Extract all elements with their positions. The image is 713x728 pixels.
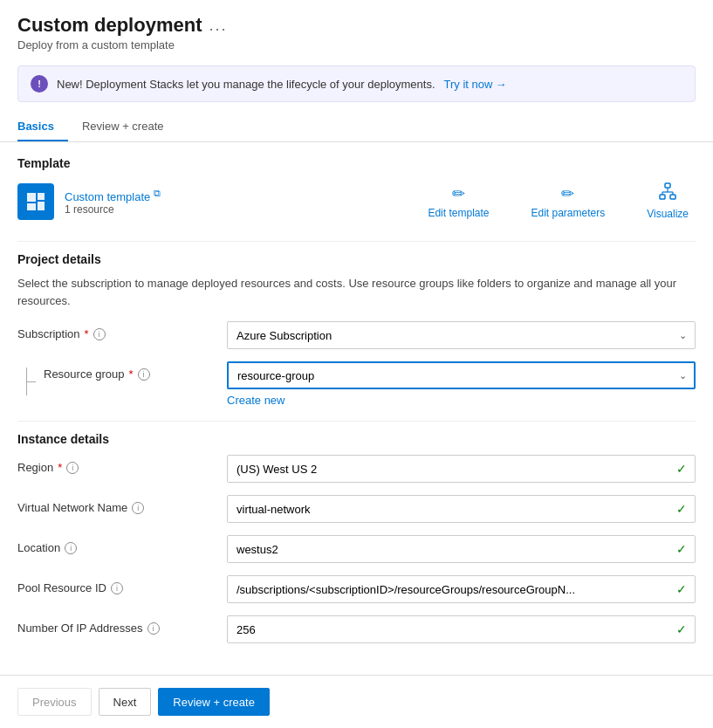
svg-rect-2 [38, 193, 45, 200]
region-select[interactable]: (US) West US 2 [227, 455, 696, 483]
header-title-row: Custom deployment ... [17, 14, 696, 37]
location-row: Location i westus2 ✓ [17, 535, 696, 563]
edit-parameters-icon: ✏ [561, 184, 574, 203]
virtual-network-select-wrapper: virtual-network ✓ [227, 495, 696, 523]
region-label: Region [17, 461, 53, 474]
page-title: Custom deployment [17, 14, 202, 37]
instance-details-title: Instance details [17, 432, 696, 446]
svg-rect-5 [660, 195, 665, 199]
subscription-label: Subscription [17, 327, 80, 340]
pool-resource-id-control-col: /subscriptions/<subscriptionID>/resource… [227, 575, 696, 603]
header: Custom deployment ... Deploy from a cust… [0, 0, 713, 58]
notif-icon: ! [31, 75, 48, 93]
project-description: Select the subscription to manage deploy… [17, 275, 696, 309]
page-container: Custom deployment ... Deploy from a cust… [0, 0, 713, 728]
footer: Previous Next Review + create [0, 675, 713, 728]
subscription-select[interactable]: Azure Subscription [227, 321, 696, 349]
template-name-link[interactable]: Custom template ⧉ [65, 190, 161, 203]
divider-2 [17, 421, 696, 422]
ip-addresses-row: Number Of IP Addresses i 256 ✓ [17, 615, 696, 643]
ip-addresses-info-icon[interactable]: i [147, 622, 160, 635]
external-link-icon: ⧉ [154, 187, 161, 197]
project-details-section: Project details Select the subscription … [17, 252, 696, 407]
notification-bar: ! New! Deployment Stacks let you manage … [17, 65, 696, 102]
create-new-link[interactable]: Create new [227, 394, 696, 407]
notification-link[interactable]: Try it now → [444, 78, 507, 91]
svg-rect-0 [27, 193, 36, 202]
region-label-col: Region * i [17, 455, 227, 474]
visualize-button[interactable]: Visualize [640, 179, 696, 223]
divider-1 [17, 241, 696, 242]
resource-group-label: Resource group [44, 367, 125, 381]
previous-button[interactable]: Previous [17, 688, 92, 716]
virtual-network-label-col: Virtual Network Name i [17, 495, 227, 514]
svg-rect-6 [670, 195, 675, 199]
subscription-select-wrapper: Azure Subscription ⌄ [227, 321, 696, 349]
edit-parameters-button[interactable]: ✏ Edit parameters [524, 181, 612, 223]
tab-review-create[interactable]: Review + create [82, 113, 178, 141]
virtual-network-control-col: virtual-network ✓ [227, 495, 696, 523]
resource-group-info-icon[interactable]: i [138, 368, 150, 381]
resource-group-select[interactable]: resource-group [227, 361, 696, 389]
location-info-icon[interactable]: i [65, 542, 77, 554]
location-select[interactable]: westus2 [227, 535, 696, 563]
edit-template-button[interactable]: ✏ Edit template [421, 181, 496, 223]
virtual-network-row: Virtual Network Name i virtual-network ✓ [17, 495, 696, 523]
location-label-col: Location i [17, 535, 227, 554]
subscription-control-col: Azure Subscription ⌄ [227, 321, 696, 349]
tab-basics[interactable]: Basics [17, 113, 68, 141]
virtual-network-info-icon[interactable]: i [132, 502, 144, 514]
template-card: Custom template ⧉ 1 resource ✏ Edit temp… [17, 179, 696, 223]
review-create-button[interactable]: Review + create [158, 688, 270, 716]
virtual-network-label: Virtual Network Name [17, 501, 127, 514]
ip-addresses-control-col: 256 ✓ [227, 615, 696, 643]
resource-group-required: * [129, 367, 134, 381]
template-icon [17, 183, 54, 220]
pool-resource-id-label: Pool Resource ID [17, 581, 106, 594]
content-area: Template Custom templ [0, 142, 713, 675]
resource-count: 1 resource [65, 203, 161, 216]
region-required: * [58, 461, 62, 474]
svg-rect-4 [665, 183, 670, 188]
pool-resource-id-info-icon[interactable]: i [111, 582, 123, 594]
instance-details-section: Instance details Region * i (US) West US… [17, 432, 696, 643]
ip-addresses-select-wrapper: 256 ✓ [227, 615, 696, 643]
template-actions: ✏ Edit template ✏ Edit parameters [421, 179, 696, 223]
edit-template-icon: ✏ [452, 184, 465, 203]
location-select-wrapper: westus2 ✓ [227, 535, 696, 563]
region-select-wrapper: (US) West US 2 ✓ [227, 455, 696, 483]
region-control-col: (US) West US 2 ✓ [227, 455, 696, 483]
ip-addresses-checkmark-icon: ✓ [676, 622, 687, 636]
tabs-bar: Basics Review + create [0, 113, 713, 142]
template-info: Custom template ⧉ 1 resource [17, 183, 161, 220]
region-checkmark-icon: ✓ [676, 462, 687, 476]
resource-group-label-col: Resource group * i [17, 361, 227, 395]
ip-addresses-label-col: Number Of IP Addresses i [17, 615, 227, 635]
pool-resource-id-select-wrapper: /subscriptions/<subscriptionID>/resource… [227, 575, 696, 603]
location-control-col: westus2 ✓ [227, 535, 696, 563]
svg-rect-3 [38, 202, 45, 210]
subscription-label-col: Subscription * i [17, 321, 227, 340]
next-button[interactable]: Next [99, 688, 152, 716]
page-ellipsis[interactable]: ... [209, 17, 227, 35]
pool-resource-id-select[interactable]: /subscriptions/<subscriptionID>/resource… [227, 575, 696, 603]
visualize-icon [659, 182, 676, 204]
region-info-icon[interactable]: i [66, 462, 79, 474]
virtual-network-select[interactable]: virtual-network [227, 495, 696, 523]
resource-group-control-col: resource-group ⌄ Create new [227, 361, 696, 407]
subscription-info-icon[interactable]: i [93, 328, 106, 340]
project-details-title: Project details [17, 252, 696, 266]
location-checkmark-icon: ✓ [676, 542, 687, 556]
pool-resource-id-row: Pool Resource ID i /subscriptions/<subsc… [17, 575, 696, 603]
template-text: Custom template ⧉ 1 resource [65, 187, 161, 215]
subscription-row: Subscription * i Azure Subscription ⌄ [17, 321, 696, 349]
notification-text: New! Deployment Stacks let you manage th… [57, 78, 435, 91]
page-subtitle: Deploy from a custom template [17, 38, 696, 52]
subscription-required: * [85, 327, 89, 340]
resource-group-select-wrapper: resource-group ⌄ [227, 361, 696, 389]
template-section: Template Custom templ [17, 156, 696, 223]
location-label: Location [17, 541, 60, 554]
template-section-title: Template [17, 156, 696, 170]
virtual-network-checkmark-icon: ✓ [676, 502, 687, 516]
ip-addresses-select[interactable]: 256 [227, 615, 696, 643]
